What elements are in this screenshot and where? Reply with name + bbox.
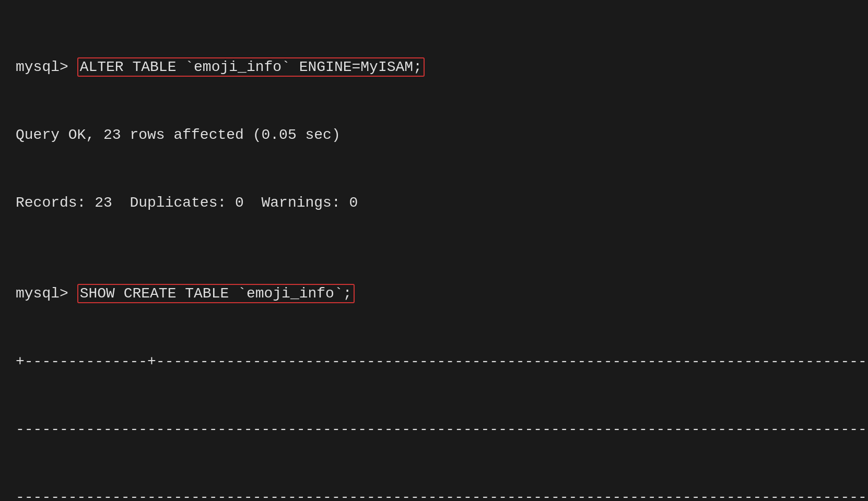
separator-3: ----------------------------------------… bbox=[16, 486, 852, 501]
line-2: Query OK, 23 rows affected (0.05 sec) bbox=[16, 124, 852, 146]
line-3: Records: 23 Duplicates: 0 Warnings: 0 bbox=[16, 192, 852, 214]
command-2: SHOW CREATE TABLE `emoji_info`; bbox=[77, 284, 355, 303]
prompt-1: mysql> bbox=[16, 59, 77, 75]
command-1: ALTER TABLE `emoji_info` ENGINE=MyISAM; bbox=[77, 57, 425, 77]
separator-1: +--------------+------------------------… bbox=[16, 350, 852, 373]
line-1: mysql> ALTER TABLE `emoji_info` ENGINE=M… bbox=[16, 56, 852, 78]
separator-2: ----------------------------------------… bbox=[16, 418, 852, 440]
terminal: mysql> ALTER TABLE `emoji_info` ENGINE=M… bbox=[16, 10, 852, 501]
prompt-2: mysql> bbox=[16, 285, 77, 302]
line-4: mysql> SHOW CREATE TABLE `emoji_info`; bbox=[16, 282, 852, 305]
